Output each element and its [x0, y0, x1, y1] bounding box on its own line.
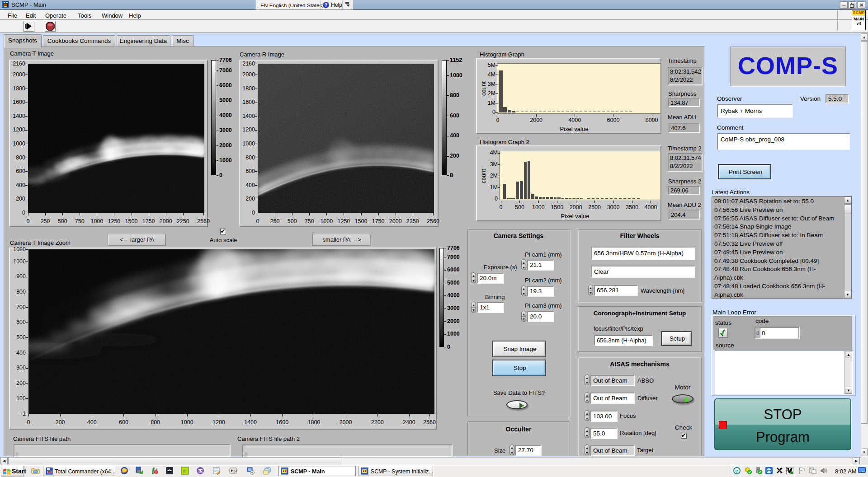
- svg-text:7: 7: [155, 471, 157, 475]
- svg-text:n: n: [183, 469, 185, 473]
- svg-text:14: 14: [233, 470, 237, 473]
- svg-text:e: e: [736, 468, 738, 473]
